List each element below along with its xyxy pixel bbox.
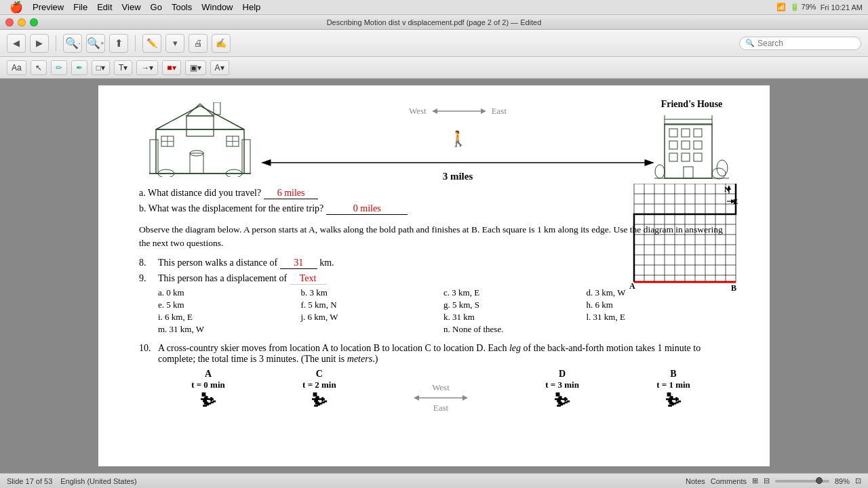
apple-menu-icon[interactable]: 🍎 [5, 1, 27, 14]
fill-button[interactable]: ▣▾ [185, 60, 206, 75]
middle-section: West East 🚶 [261, 99, 654, 182]
menu-edit[interactable]: Edit [93, 2, 116, 12]
search-icon: 🔍 [745, 39, 755, 47]
q9-choice-7[interactable]: h. 6 km [587, 300, 730, 310]
q9-number: 9. [139, 273, 153, 335]
border-button[interactable]: ■▾ [162, 60, 180, 75]
q8-answer[interactable]: 31 [280, 258, 317, 269]
walking-figure-icon: 🚶 [449, 130, 467, 148]
q9-choice-15[interactable] [587, 324, 730, 335]
menu-file[interactable]: File [69, 2, 92, 12]
zoom-slider[interactable] [775, 480, 829, 483]
svg-marker-75 [462, 395, 468, 401]
traffic-lights [5, 18, 38, 26]
annotation-toolbar: Aa ↖ ✏ ✒ □▾ T▾ →▾ ■▾ ▣▾ A▾ [0, 57, 868, 79]
q9-text: This person has a displacement of [158, 273, 287, 283]
font-color-button[interactable]: A▾ [210, 60, 229, 75]
close-button[interactable] [5, 18, 14, 26]
shape-button[interactable]: □▾ [92, 60, 110, 75]
qa-a-answer[interactable]: 6 miles [264, 188, 318, 199]
q9-choice-2[interactable]: c. 3 km, E [443, 287, 587, 298]
highlight-button[interactable]: ✒ [71, 60, 87, 75]
search-input[interactable] [757, 39, 859, 48]
zoom-in-button[interactable]: 🔍+ [86, 34, 105, 53]
ski-label-a: A [205, 369, 212, 380]
share-button[interactable]: ⬆ [109, 34, 128, 53]
q9-choice-1[interactable]: b. 3 km [301, 287, 444, 298]
zoom-thumb[interactable] [816, 477, 823, 484]
search-bar[interactable]: 🔍 [739, 37, 861, 50]
q9-choice-6[interactable]: g. 5 km, S [443, 300, 587, 310]
svg-rect-27 [694, 129, 702, 137]
notes-button[interactable]: Notes [686, 477, 705, 485]
ski-col-a: A t = 0 min ⛷ [191, 369, 225, 411]
q9-choice-4[interactable]: e. 5 km [158, 300, 301, 310]
q10-italic2: meters [347, 354, 372, 364]
q9-choice-12[interactable]: m. 31 km, W [158, 324, 301, 335]
zoom-button[interactable] [30, 18, 38, 26]
ski-time-a: t = 0 min [191, 380, 225, 390]
q9-choice-9[interactable]: j. 6 km, W [301, 312, 444, 323]
print-button[interactable]: 🖨 [189, 34, 208, 53]
svg-rect-2 [186, 116, 214, 136]
document-area: West East 🚶 [0, 79, 868, 473]
q9-answer[interactable]: Text [290, 273, 327, 285]
svg-rect-14 [214, 102, 220, 115]
q9-choice-10[interactable]: k. 31 km [443, 312, 587, 323]
ski-compass-east: East [433, 403, 448, 413]
pencil-button[interactable]: ✏ [51, 60, 67, 75]
svg-rect-12 [150, 140, 158, 174]
q8-text: This person walks a distance of [158, 258, 277, 268]
ski-time-c: t = 2 min [302, 380, 336, 390]
menu-help[interactable]: Help [239, 2, 265, 12]
nav-back-button[interactable]: ◀ [7, 34, 26, 53]
markup-pen[interactable]: ✏️ [142, 34, 161, 53]
battery-icon: 🔋 79% [790, 3, 816, 12]
ski-figure-d: ⛷ [553, 390, 571, 411]
ski-col-d: D t = 3 min ⛷ [545, 369, 579, 411]
svg-text:B: B [731, 283, 736, 293]
menu-go[interactable]: Go [146, 2, 166, 12]
wifi-icon: 📶 [776, 3, 786, 12]
q9-choice-13[interactable] [301, 324, 444, 335]
zoom-out-button[interactable]: 🔍- [63, 34, 82, 53]
ski-figure-c: ⛷ [311, 390, 328, 411]
layout-icon[interactable]: ⊟ [764, 476, 770, 485]
q9-choice-8[interactable]: i. 6 km, E [158, 312, 301, 323]
fullscreen-button[interactable]: ⊡ [855, 476, 861, 485]
grid-view-icon[interactable]: ⊞ [752, 476, 758, 485]
friend-house-svg [654, 114, 729, 182]
sign-button[interactable]: ✍ [212, 34, 231, 53]
language-indicator: English (United States) [60, 477, 137, 485]
q9-choice-5[interactable]: f. 5 km, N [301, 300, 444, 310]
svg-marker-22 [261, 159, 271, 166]
font-size-button[interactable]: Aa [7, 60, 26, 75]
q9-choice-0[interactable]: a. 0 km [158, 287, 301, 298]
nav-forward-button[interactable]: ▶ [30, 34, 49, 53]
cursor-button[interactable]: ↖ [31, 60, 47, 75]
svg-marker-23 [645, 159, 655, 166]
compass-east-label: East [492, 106, 507, 117]
ski-col-c: C t = 2 min ⛷ [302, 369, 336, 411]
toolbar-chevron[interactable]: ▾ [165, 34, 184, 53]
friend-house-label: Friend's House [661, 99, 723, 110]
titlebar: Describing Motion dist v displacement.pd… [0, 15, 868, 30]
ski-figure-a: ⛷ [199, 390, 217, 411]
ski-label-b: B [670, 369, 676, 380]
status-bar: Slide 17 of 53 English (United States) N… [0, 473, 868, 488]
toolbar-divider-2 [135, 35, 136, 52]
qa-b-answer[interactable]: 0 miles [326, 203, 408, 215]
menu-view[interactable]: View [118, 2, 145, 12]
svg-rect-24 [665, 124, 712, 178]
qa-b-label: b. What was the displacement for the ent… [139, 203, 323, 214]
minimize-button[interactable] [18, 18, 26, 26]
text-button[interactable]: T▾ [114, 60, 132, 75]
menu-preview[interactable]: Preview [28, 2, 68, 12]
q9-choice-14[interactable]: n. None of these. [443, 324, 587, 335]
comments-button[interactable]: Comments [711, 477, 747, 485]
menu-tools[interactable]: Tools [167, 2, 196, 12]
q9-choice-11[interactable]: l. 31 km, E [587, 312, 730, 323]
arrow-button[interactable]: →▾ [136, 60, 158, 75]
menu-window[interactable]: Window [197, 2, 237, 12]
q10-number: 10. [139, 343, 153, 365]
